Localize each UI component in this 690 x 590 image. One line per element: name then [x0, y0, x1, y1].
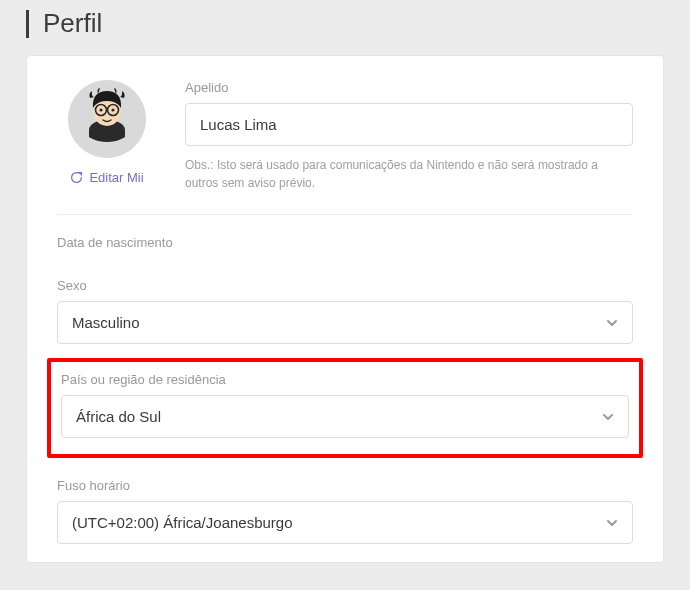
page-title: Perfil: [43, 8, 102, 39]
avatar: [68, 80, 146, 158]
nickname-column: Apelido Obs.: Isto será usado para comun…: [185, 80, 633, 192]
title-accent-bar: [26, 10, 29, 38]
timezone-label: Fuso horário: [57, 478, 633, 493]
country-label: País ou região de residência: [61, 372, 629, 387]
svg-point-6: [111, 108, 114, 111]
dob-label: Data de nascimento: [57, 235, 633, 250]
country-highlighted-block: País ou região de residência África do S…: [47, 358, 643, 458]
nickname-label: Apelido: [185, 80, 633, 95]
country-select[interactable]: África do Sul: [61, 395, 629, 438]
gender-block: Sexo Masculino: [27, 258, 663, 344]
svg-point-5: [99, 108, 102, 111]
avatar-column: Editar Mii: [57, 80, 157, 192]
mii-avatar-icon: [68, 80, 146, 158]
refresh-icon: [70, 171, 83, 184]
profile-card: Editar Mii Apelido Obs.: Isto será usado…: [26, 55, 664, 563]
edit-mii-label: Editar Mii: [89, 170, 143, 185]
gender-label: Sexo: [57, 278, 633, 293]
dob-block: Data de nascimento: [27, 215, 663, 250]
timezone-select-value: (UTC+02:00) África/Joanesburgo: [57, 501, 633, 544]
gender-select-value: Masculino: [57, 301, 633, 344]
timezone-select[interactable]: (UTC+02:00) África/Joanesburgo: [57, 501, 633, 544]
nickname-hint: Obs.: Isto será usado para comunicações …: [185, 156, 633, 192]
top-row: Editar Mii Apelido Obs.: Isto será usado…: [27, 80, 663, 192]
gender-select[interactable]: Masculino: [57, 301, 633, 344]
timezone-block: Fuso horário (UTC+02:00) África/Joanesbu…: [27, 458, 663, 544]
nickname-input[interactable]: [185, 103, 633, 146]
country-select-value: África do Sul: [61, 395, 629, 438]
edit-mii-link[interactable]: Editar Mii: [70, 170, 143, 185]
page-header: Perfil: [0, 0, 690, 55]
